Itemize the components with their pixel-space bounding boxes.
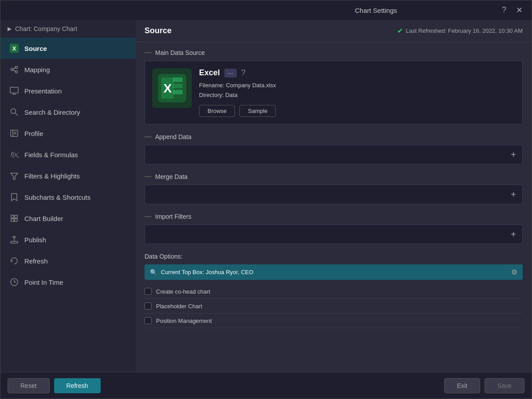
merge-data-header: Merge Data: [145, 173, 523, 180]
svg-text:X: X: [164, 81, 172, 95]
help-icon[interactable]: ?: [499, 5, 509, 15]
sidebar-builder-label: Chart Builder: [24, 215, 63, 222]
svg-text:X: X: [12, 45, 16, 52]
filter-icon: [9, 171, 19, 181]
main-layout: ▶ Chart: Company Chart X Source: [0, 20, 532, 372]
sidebar-item-fields[interactable]: f(x) Fields & Formulas: [0, 144, 136, 165]
search-icon: [9, 107, 19, 117]
placeholder-checkbox[interactable]: [145, 302, 152, 310]
filename-value: Company Data.xlsx: [226, 82, 276, 89]
exit-button[interactable]: Exit: [444, 378, 480, 393]
sidebar-mapping-label: Mapping: [24, 66, 50, 74]
clock-icon: [9, 277, 19, 287]
sidebar-chevron-icon: ▶: [8, 26, 12, 32]
sidebar-item-profile[interactable]: Profile: [0, 123, 136, 144]
sidebar-item-mapping[interactable]: Mapping: [0, 59, 136, 80]
last-refreshed-text: Last Refreshed: February 16, 2022, 10:30…: [406, 27, 523, 34]
import-filters-section: Import Filters +: [145, 213, 523, 244]
checkbox-placeholder[interactable]: Placeholder Chart: [145, 299, 523, 314]
svg-rect-20: [11, 219, 14, 221]
sample-button[interactable]: Sample: [239, 105, 276, 117]
subcharts-icon: [9, 192, 19, 202]
content-body: Main Data Source X: [136, 42, 532, 372]
top-box-text: Current Top Box: Joshua Ryor, CEO: [161, 269, 511, 275]
dialog-title: Chart Settings: [253, 7, 499, 14]
excel-buttons: Browse Sample: [199, 105, 276, 117]
sidebar-item-refresh[interactable]: Refresh: [0, 250, 136, 271]
sidebar-item-presentation[interactable]: Presentation: [0, 80, 136, 101]
svg-rect-27: [173, 77, 183, 82]
check-icon: ✔: [397, 27, 403, 35]
filename-label: Filename:: [199, 82, 226, 89]
excel-logo: X: [158, 74, 186, 102]
placeholder-label: Placeholder Chart: [156, 303, 202, 310]
sidebar-item-search[interactable]: Search & Directory: [0, 101, 136, 123]
mapping-icon: [9, 65, 19, 74]
sidebar-item-publish[interactable]: Publish: [0, 229, 136, 250]
sidebar-source-label: Source: [24, 45, 47, 52]
append-data-field: +: [145, 145, 523, 164]
svg-line-6: [13, 70, 16, 71]
position-checkbox[interactable]: [145, 317, 152, 324]
svg-marker-17: [11, 173, 18, 179]
cohead-label: Create co-head chart: [156, 288, 210, 295]
fields-icon: f(x): [9, 150, 19, 159]
data-source-card: X Excel ··· ? Fi: [145, 61, 523, 124]
excel-icon: X: [9, 43, 19, 53]
sidebar-filters-label: Filters & Highlights: [24, 172, 80, 180]
footer: Reset Refresh Exit Save: [0, 372, 532, 399]
excel-help-button[interactable]: ?: [241, 68, 246, 77]
append-data-title: Append Data: [155, 133, 192, 140]
save-button[interactable]: Save: [485, 378, 524, 393]
close-icon[interactable]: ✕: [514, 5, 524, 15]
reset-button[interactable]: Reset: [8, 378, 50, 393]
import-filters-plus-icon[interactable]: +: [511, 229, 516, 240]
svg-line-5: [13, 68, 16, 69]
directory-label: Directory:: [199, 92, 225, 98]
data-options-label: Data Options:: [145, 253, 523, 260]
main-data-source-title: Main Data Source: [155, 49, 205, 56]
svg-rect-29: [173, 90, 183, 94]
svg-rect-22: [11, 241, 18, 243]
data-options-section: Data Options: 🔍 Current Top Box: Joshua …: [145, 253, 523, 328]
top-box-search-icon: 🔍: [150, 269, 157, 276]
last-refreshed: ✔ Last Refreshed: February 16, 2022, 10:…: [397, 27, 523, 35]
sidebar-item-subcharts[interactable]: Subcharts & Shortcuts: [0, 186, 136, 208]
sidebar-profile-label: Profile: [24, 130, 43, 137]
svg-point-3: [16, 66, 18, 69]
sidebar-item-pointintime[interactable]: Point In Time: [0, 271, 136, 293]
svg-line-11: [16, 113, 18, 116]
excel-dots-button[interactable]: ···: [224, 69, 237, 77]
svg-text:f(x): f(x): [11, 151, 19, 158]
merge-plus-icon[interactable]: +: [511, 190, 516, 200]
sidebar-item-builder[interactable]: Chart Builder: [0, 208, 136, 229]
refresh-icon: [9, 256, 19, 266]
checkbox-position[interactable]: Position Management: [145, 314, 523, 328]
append-data-header: Append Data: [145, 133, 523, 140]
svg-point-4: [16, 71, 18, 73]
svg-rect-19: [15, 215, 17, 218]
top-box-row[interactable]: 🔍 Current Top Box: Joshua Ryor, CEO ⚙: [145, 264, 523, 280]
sidebar-pointintime-label: Point In Time: [24, 279, 63, 286]
append-plus-icon[interactable]: +: [511, 150, 516, 160]
merge-data-section: Merge Data +: [145, 173, 523, 204]
svg-rect-7: [10, 87, 18, 93]
sidebar-publish-label: Publish: [24, 236, 46, 244]
cohead-checkbox[interactable]: [145, 288, 152, 295]
refresh-button[interactable]: Refresh: [54, 378, 101, 393]
svg-rect-18: [11, 215, 14, 218]
append-data-section: Append Data +: [145, 133, 523, 164]
sidebar-chart-header[interactable]: ▶ Chart: Company Chart: [0, 20, 136, 38]
excel-info-panel: Excel ··· ? Filename: Company Data.xlsx …: [199, 68, 276, 117]
merge-data-field: +: [145, 185, 523, 204]
browse-button[interactable]: Browse: [199, 105, 235, 117]
top-box-gear-icon[interactable]: ⚙: [511, 268, 517, 276]
svg-rect-28: [173, 84, 183, 88]
import-filters-header: Import Filters: [145, 213, 523, 220]
checkbox-cohead[interactable]: Create co-head chart: [145, 284, 523, 299]
sidebar-item-source[interactable]: X Source: [0, 38, 136, 59]
content-title: Source: [145, 26, 172, 35]
sidebar-chart-label: Chart: Company Chart: [15, 25, 77, 32]
import-filters-title: Import Filters: [155, 213, 192, 220]
sidebar-item-filters[interactable]: Filters & Highlights: [0, 165, 136, 186]
